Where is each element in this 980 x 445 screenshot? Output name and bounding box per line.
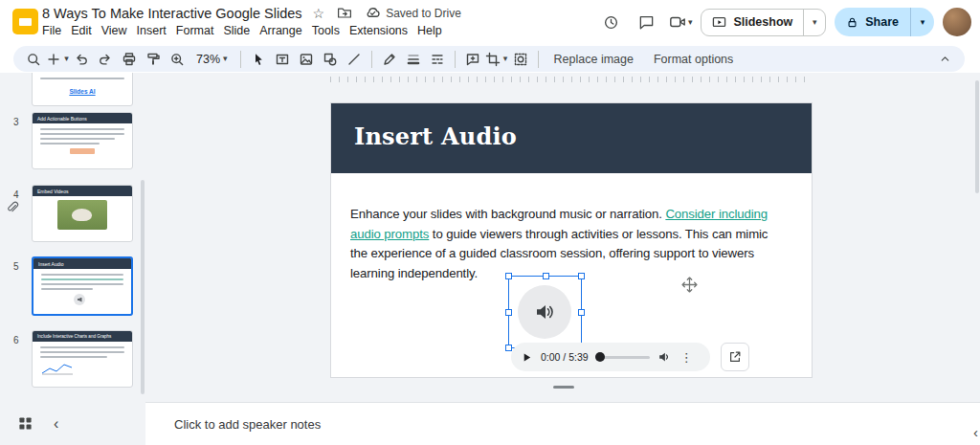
mask-image-icon[interactable] (509, 48, 532, 71)
top-right-actions: ▾ Slideshow ▾ Share ▾ (598, 8, 971, 36)
slides-logo-icon[interactable] (12, 9, 38, 34)
slide-bottom-handle (553, 386, 574, 389)
zoom-select[interactable]: 73% ▾ (189, 48, 234, 71)
replace-image-button[interactable]: Replace image (545, 48, 643, 71)
menu-edit[interactable]: Edit (66, 22, 97, 39)
grid-view-icon[interactable] (18, 416, 33, 431)
zoom-icon[interactable] (166, 48, 189, 71)
speaker-notes-placeholder[interactable]: Click to add speaker notes (174, 417, 321, 432)
text-line (40, 346, 124, 348)
slide-thumbnail-2[interactable]: Slides AI (32, 73, 133, 106)
filmstrip-scrollbar[interactable] (141, 180, 145, 394)
collapse-filmstrip-icon[interactable]: ‹ (54, 416, 58, 432)
thumbnail-title: Include Interactive Charts and Graphs (33, 331, 132, 342)
share-dropdown[interactable]: ▾ (910, 8, 934, 36)
menu-tools[interactable]: Tools (307, 22, 345, 39)
crop-icon (485, 52, 501, 67)
speaker-notes-bar[interactable]: Click to add speaker notes (145, 402, 980, 445)
resize-handle-w[interactable] (505, 309, 512, 316)
format-options-button[interactable]: Format options (644, 48, 743, 71)
resize-handle-e[interactable] (578, 309, 585, 316)
document-title[interactable]: 8 Ways To Make Interactive Google Slides (42, 6, 302, 21)
menu-help[interactable]: Help (412, 22, 447, 39)
text-box-icon[interactable] (271, 48, 294, 71)
current-slide[interactable]: Insert Audio Enhance your slides with ba… (330, 102, 813, 378)
slide-thumbnail-4[interactable]: Embed Videos (32, 185, 133, 242)
play-icon[interactable] (521, 351, 533, 364)
crop-button[interactable]: ▾ (485, 48, 508, 71)
add-comment-icon[interactable] (461, 48, 484, 71)
insert-line-icon[interactable] (343, 48, 366, 71)
menu-file[interactable]: File (37, 22, 66, 39)
text-line (41, 288, 93, 290)
thumbnail-content: Slides AI (33, 82, 132, 97)
workspace: Slides AI 3 Add Actionable Buttons 4 Emb… (0, 73, 980, 402)
slide-thumbnail-5-selected[interactable]: Insert Audio (32, 256, 133, 316)
slideshow-button[interactable]: Slideshow ▾ (701, 9, 826, 36)
slideshow-dropdown[interactable]: ▾ (803, 10, 825, 35)
menu-insert[interactable]: Insert (132, 22, 171, 39)
collapse-toolbar-icon[interactable] (933, 48, 956, 71)
paint-format-icon[interactable] (142, 48, 165, 71)
slide-thumbnail-6[interactable]: Include Interactive Charts and Graphs (32, 330, 133, 388)
resize-handle-ne[interactable] (578, 273, 585, 279)
thumbnail-button-shape (70, 148, 95, 154)
overflow-menu-icon[interactable]: ⋮ (679, 351, 695, 364)
audio-player: 0:00 / 5:39 ⋮ (511, 343, 710, 371)
slide-title-text[interactable]: Insert Audio (354, 122, 517, 150)
resize-handle-nw[interactable] (505, 273, 512, 279)
border-dash-icon[interactable] (426, 48, 449, 71)
resize-handle-sw[interactable] (505, 345, 512, 351)
audio-seek-slider[interactable] (596, 356, 650, 359)
menu-extensions[interactable]: Extensions (345, 22, 412, 39)
filmstrip-footer: ‹ (0, 402, 145, 445)
document-title-row: 8 Ways To Make Interactive Google Slides… (42, 4, 461, 22)
new-slide-button[interactable]: ▾ (46, 48, 69, 71)
move-folder-icon[interactable] (335, 4, 354, 23)
insert-image-icon[interactable] (295, 48, 318, 71)
menu-format[interactable]: Format (171, 22, 219, 39)
cloud-saved-icon (365, 5, 381, 21)
redo-icon[interactable] (94, 48, 117, 71)
slide-thumbnail-3[interactable]: Add Actionable Buttons (32, 112, 133, 169)
search-menus-icon[interactable] (22, 48, 45, 71)
resize-handle-n[interactable] (543, 273, 549, 279)
thumbnail-title: Embed Videos (33, 186, 132, 196)
text-line (40, 143, 100, 145)
canvas-scrollbar[interactable] (975, 80, 979, 193)
chevron-down-icon: ▾ (64, 55, 69, 63)
slide-canvas: Insert Audio Enhance your slides with ba… (145, 73, 980, 402)
account-avatar[interactable] (943, 8, 971, 36)
collapse-side-panel-icon[interactable]: ‹ (973, 424, 978, 440)
insert-shape-icon[interactable] (319, 48, 342, 71)
open-in-new-button[interactable] (721, 343, 749, 371)
chevron-down-icon: ▾ (503, 55, 508, 63)
menu-view[interactable]: View (97, 22, 132, 39)
chevron-down-icon[interactable]: ▾ (688, 18, 693, 27)
text-line (41, 283, 123, 285)
meet-button[interactable]: ▾ (669, 13, 693, 31)
slider-knob[interactable] (595, 352, 605, 362)
star-icon[interactable]: ☆ (313, 7, 325, 20)
toolbar-divider (538, 51, 539, 68)
slide-body-text[interactable]: Enhance your slides with background musi… (350, 205, 778, 283)
saved-status[interactable]: Saved to Drive (365, 5, 461, 21)
undo-icon[interactable] (70, 48, 93, 71)
select-tool-icon[interactable] (247, 48, 270, 71)
thumbnail-speaker-icon (74, 294, 85, 305)
version-history-icon[interactable] (598, 9, 625, 35)
chevron-down-icon: ▾ (813, 18, 817, 27)
text-line (41, 278, 123, 280)
toolbar-divider (455, 51, 456, 68)
border-color-pen-icon[interactable] (378, 48, 401, 71)
border-weight-icon[interactable] (402, 48, 425, 71)
slide-title-band: Insert Audio (331, 103, 812, 173)
share-button[interactable]: Share ▾ (835, 8, 934, 36)
slides-ai-link[interactable]: Slides AI (69, 88, 95, 95)
menu-arrange[interactable]: Arrange (255, 22, 306, 39)
text-line (40, 133, 124, 135)
volume-icon[interactable] (657, 350, 671, 364)
print-icon[interactable] (118, 48, 141, 71)
comments-icon[interactable] (634, 9, 660, 35)
menu-slide[interactable]: Slide (218, 22, 255, 39)
